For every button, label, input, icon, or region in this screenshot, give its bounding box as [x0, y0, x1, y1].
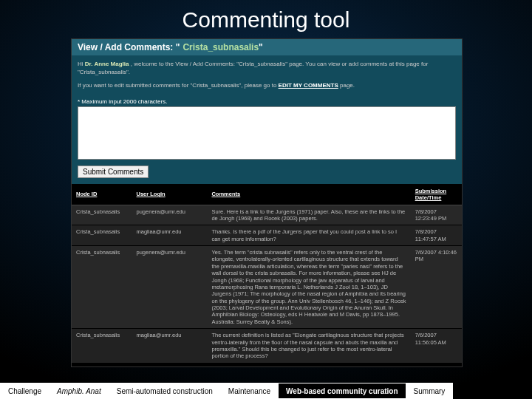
- cell-node: Crista_subnasalis: [72, 225, 132, 246]
- max-char-note: * Maximum input 2000 characters.: [78, 98, 456, 105]
- nav-web-based-community-curation[interactable]: Web-based community curation: [279, 383, 406, 399]
- comments-table: Node ID User Login Comments Submission D…: [72, 184, 462, 364]
- cell-user: pugenera@umr.edu: [132, 205, 208, 225]
- window-header-prefix: View / Add Comments: ": [78, 42, 180, 52]
- cell-date: 7/6/2007 11:56:05 AM: [411, 329, 462, 364]
- cell-node: Crista_subnasalis: [72, 329, 132, 364]
- th-submission-date[interactable]: Submission Date/Time: [411, 184, 462, 205]
- nav-maintenance[interactable]: Maintenance: [221, 383, 279, 399]
- comment-textarea[interactable]: [78, 106, 456, 160]
- welcome-prefix: Hi: [78, 61, 85, 67]
- table-row: Crista_subnasalispugenera@umr.eduSure. H…: [72, 205, 462, 225]
- cell-node: Crista_subnasalis: [72, 205, 132, 225]
- cell-date: 7/8/2007 12:23:49 PM: [411, 205, 462, 225]
- welcome-suffix: , welcome to the View / Add Comments: "C…: [78, 61, 428, 75]
- cell-user: magliaa@umr.edu: [132, 225, 208, 246]
- submit-comments-button[interactable]: Submit Comments: [78, 166, 149, 178]
- slide-title: Commenting tool: [0, 0, 532, 37]
- cell-comment: The current definition is listed as "Elo…: [207, 329, 410, 364]
- cell-comment: Yes. The term "crista subnasalis" refers…: [207, 246, 410, 329]
- th-node-id[interactable]: Node ID: [72, 184, 132, 205]
- cell-node: Crista_subnasalis: [72, 246, 132, 329]
- welcome-username: Dr. Anne Maglia: [85, 61, 129, 67]
- comment-form: * Maximum input 2000 characters. Submit …: [72, 96, 462, 184]
- table-row: Crista_subnasalismagliaa@umr.eduThe curr…: [72, 329, 462, 364]
- welcome-area: Hi Dr. Anne Maglia , welcome to the View…: [72, 55, 462, 96]
- cell-date: 7/8/2007 11:47:57 AM: [411, 225, 462, 246]
- comments-app-window: View / Add Comments: " Crista_subnasalis…: [71, 38, 463, 367]
- cell-user: pugenera@umr.edu: [132, 246, 208, 329]
- edit-note-prefix: If you want to edit submitted comments f…: [78, 82, 279, 89]
- window-header-suffix: ": [259, 42, 263, 52]
- nav-semi-automated-construction[interactable]: Semi-automated construction: [109, 383, 221, 399]
- cell-comment: Sure. Here is a link to the Jurgens (197…: [207, 205, 410, 225]
- table-row: Crista_subnasalismagliaa@umr.eduThanks. …: [72, 225, 462, 246]
- footer-nav: ChallengeAmphib. AnatSemi-automated cons…: [0, 383, 532, 399]
- table-row: Crista_subnasalispugenera@umr.eduYes. Th…: [72, 246, 462, 329]
- cell-comment: Thanks. Is there a pdf of the Jurgens pa…: [207, 225, 410, 246]
- window-header: View / Add Comments: " Crista_subnasalis…: [72, 39, 462, 55]
- nav-challenge[interactable]: Challenge: [0, 383, 50, 399]
- cell-date: 7/6/2007 4:10:46 PM: [411, 246, 462, 329]
- cell-user: magliaa@umr.edu: [132, 329, 208, 364]
- nav-amphib-anat[interactable]: Amphib. Anat: [50, 383, 109, 399]
- nav-summary[interactable]: Summary: [406, 383, 454, 399]
- th-user-login[interactable]: User Login: [132, 184, 208, 205]
- edit-my-comments-link[interactable]: EDIT MY COMMENTS: [279, 82, 338, 89]
- window-header-topic: Crista_subnasalis: [183, 42, 259, 52]
- edit-note-suffix: page.: [340, 82, 355, 89]
- th-comments[interactable]: Comments: [207, 184, 410, 205]
